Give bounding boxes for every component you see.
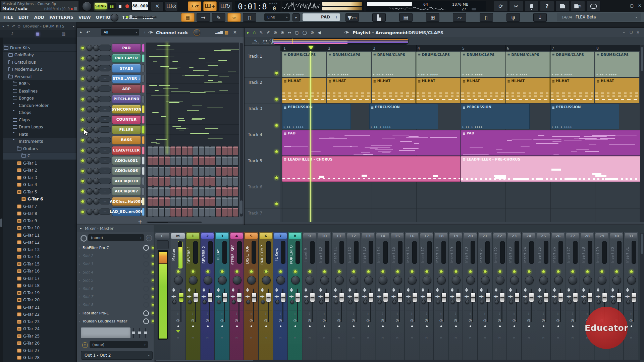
volume-fader[interactable] [558, 293, 563, 302]
strip-number-tab[interactable]: 28 [581, 233, 594, 239]
channel-button[interactable]: STABS [112, 64, 141, 73]
up-icon[interactable]: ↑ [7, 24, 10, 28]
pattern-clip[interactable]: ≣ HI-HAT [327, 78, 371, 103]
help-icon[interactable]: ? [540, 1, 554, 12]
pattern-clip[interactable]: ≣ HI-HAT [461, 78, 505, 103]
strip-pan-knob[interactable] [423, 276, 431, 285]
touch-controller-icon[interactable]: ψ [506, 13, 520, 22]
tab-piano-icon[interactable]: ▥ [62, 32, 65, 36]
pattern-clip[interactable]: ≣ DRUMS/CLAPS▸ ▸▸ ▸ ▸▸▸▸ [550, 52, 595, 77]
mixer-vscrollbar[interactable] [640, 233, 644, 360]
channel-enable-led[interactable] [81, 98, 85, 101]
pattern-clip[interactable]: ≣ DRUMS/CLAPS▸ ▸▸ ▸ ▸▸▸▸ [282, 52, 326, 77]
mixer-strip-16[interactable]: 16Insert 16◀▶⇧◷≍ [405, 232, 419, 360]
channel-enable-led[interactable] [81, 118, 85, 122]
sub-knob[interactable] [553, 300, 557, 304]
channel-volume-knob[interactable] [93, 45, 99, 51]
minimap-scroll-left-icon[interactable]: ◁ [269, 39, 271, 42]
track-header[interactable]: Track 4 [245, 130, 280, 156]
channel-pan-knob[interactable] [87, 117, 93, 123]
mixer-strip-6[interactable]: 6PAR..COMP.◀▶⇧◷≍ [259, 232, 273, 360]
channel-display-box[interactable]: — [99, 157, 111, 164]
channel-volume-knob[interactable] [93, 65, 99, 71]
rack-hscrollbar[interactable] [147, 222, 202, 223]
mixer-strip-14[interactable]: 14Insert 14◀▶⇧◷≍ [376, 232, 390, 360]
stereo-sep-arrows[interactable] [597, 288, 600, 292]
mixer-strip-31[interactable]: 31Insert 31◀▶⇧◷≍ [624, 232, 639, 360]
route-dot[interactable] [382, 325, 384, 327]
channel-color-strip[interactable] [142, 177, 145, 185]
mixer-strip-20[interactable]: 20Insert 20◀▶⇧◷≍ [463, 232, 478, 360]
browser-item[interactable]: G-Tar 6 [0, 196, 76, 203]
strip-number-tab[interactable]: 20 [464, 233, 477, 239]
strip-enable-led[interactable] [352, 270, 356, 274]
volume-fader[interactable] [515, 293, 520, 302]
mixer-strip-23[interactable]: 23Insert 23◀▶⇧◷≍ [507, 232, 522, 360]
route-dot[interactable] [572, 325, 574, 327]
volume-fader[interactable] [616, 293, 622, 302]
strip-enable-led[interactable] [615, 270, 619, 274]
strip-number-tab[interactable]: 15 [391, 233, 404, 239]
mixer-strip-3[interactable]: 3DELAY◀▶⇧◷≍ [215, 232, 229, 360]
channel-color-strip[interactable] [142, 146, 145, 155]
browser-item[interactable]: Drum Kits [0, 44, 76, 51]
fx-mix-knob[interactable] [143, 302, 149, 308]
route-dot[interactable] [397, 325, 398, 327]
channel-button[interactable]: LEAD/FILLER [112, 146, 141, 155]
channel-volume-knob[interactable] [93, 76, 99, 82]
strip-enable-led[interactable] [308, 270, 312, 274]
channel-pan-knob[interactable] [87, 86, 93, 92]
strip-number-tab[interactable]: 7 [274, 233, 287, 239]
channel-enable-led[interactable] [81, 179, 85, 183]
track-header[interactable]: Track 3 [245, 104, 280, 130]
strip-pan-knob[interactable] [627, 276, 636, 285]
strip-number-tab[interactable]: 16 [406, 233, 418, 239]
pan-arrows[interactable]: ◀▶ [318, 295, 323, 298]
latency-clock-icon[interactable]: ◷ [493, 318, 507, 322]
channel-pan-knob[interactable] [87, 178, 93, 184]
strip-enable-led[interactable] [250, 270, 253, 274]
stereo-sep-arrows[interactable] [451, 288, 454, 292]
strip-pan-knob[interactable] [276, 276, 285, 285]
strip-pan-knob[interactable] [218, 276, 227, 285]
latency-clock-icon[interactable]: ◷ [449, 318, 463, 322]
sub-knob[interactable] [232, 300, 236, 304]
pattern-clip[interactable]: ≣ HI-HAT [416, 78, 461, 103]
volume-fader[interactable] [252, 293, 257, 302]
browser-item[interactable]: G-Tar 15 [0, 260, 76, 267]
channel-enable-led[interactable] [81, 138, 85, 142]
mixer-strip-25[interactable]: 25Insert 25◀▶⇧◷≍ [536, 232, 551, 360]
mixer-hscrollbar[interactable] [155, 360, 640, 362]
volume-fader[interactable] [573, 293, 578, 302]
pattern-clip[interactable]: ≣ PAD [282, 130, 461, 156]
loop-record-icon[interactable]: Ш↻ [219, 1, 232, 11]
mixer-strip-13[interactable]: 13Insert 13◀▶⇧◷≍ [361, 232, 376, 360]
strip-number-tab[interactable]: 19 [449, 233, 462, 239]
route-dot[interactable] [528, 325, 530, 327]
browser-item[interactable]: G-Tar 10 [0, 225, 76, 232]
track-header[interactable]: Track 6 [245, 182, 280, 208]
browser-item[interactable]: G-Tar 22 [0, 311, 76, 318]
mixer-strip-15[interactable]: 15Insert 15◀▶⇧◷≍ [390, 232, 405, 360]
strip-pan-knob[interactable] [393, 276, 402, 285]
pan-arrows[interactable]: ◀▶ [304, 295, 308, 298]
browser-item[interactable]: G-Tar 21 [0, 304, 76, 311]
route-dot[interactable] [455, 325, 457, 327]
pan-arrows[interactable]: ◀▶ [391, 295, 396, 298]
close-icon[interactable]: ✕ [233, 30, 237, 35]
browser-item[interactable]: G-Tar 26 [0, 340, 76, 347]
delete-icon[interactable]: ⊘ [274, 30, 277, 35]
strip-number-tab[interactable]: 26 [552, 233, 565, 239]
strip-number-tab[interactable]: 27 [566, 233, 579, 239]
mixer-strip-19[interactable]: 19Insert 19◀▶⇧◷≍ [449, 232, 463, 360]
sub-knob[interactable] [626, 300, 630, 304]
browser-item[interactable]: 808's [0, 80, 76, 87]
pattern-clip[interactable]: ≣ LEAD/FILLER - PRE-CHORUS [461, 156, 640, 182]
strip-pan-knob[interactable] [364, 276, 373, 285]
track-mute-led[interactable] [275, 202, 278, 206]
browser-item[interactable]: GoldBaby [0, 52, 76, 59]
track-header[interactable]: Track 5 [245, 156, 280, 182]
channel-button[interactable]: SYNCOPATION [112, 105, 141, 114]
detach-icon[interactable]: ⋮ [143, 30, 147, 35]
strip-pan-knob[interactable] [408, 276, 417, 285]
